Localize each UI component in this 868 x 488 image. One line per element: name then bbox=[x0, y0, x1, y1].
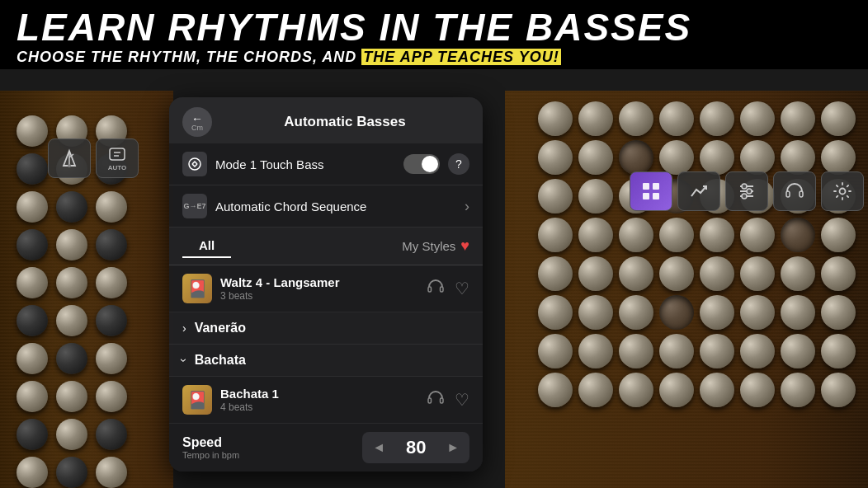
button-circle bbox=[659, 256, 694, 291]
waltz-heart-icon[interactable]: ♡ bbox=[455, 279, 469, 298]
button-circle bbox=[17, 343, 48, 374]
button-circle bbox=[56, 229, 87, 260]
button-circle bbox=[619, 256, 653, 291]
button-circle bbox=[659, 334, 694, 368]
button-circle bbox=[740, 334, 775, 368]
button-circle-wood bbox=[781, 218, 815, 252]
svg-rect-17 bbox=[786, 191, 790, 197]
button-circle bbox=[659, 140, 694, 175]
svg-rect-9 bbox=[643, 193, 649, 199]
category-bachata[interactable]: › Bachata bbox=[169, 345, 483, 377]
panel-header: ← Cm Automatic Basses bbox=[169, 97, 483, 143]
svg-rect-23 bbox=[428, 398, 432, 403]
button-circle bbox=[700, 101, 734, 136]
bachata1-subtitle: 4 beats bbox=[220, 401, 427, 413]
mode-toggle[interactable] bbox=[403, 154, 440, 174]
svg-rect-7 bbox=[643, 183, 649, 190]
help-button[interactable]: ? bbox=[448, 153, 469, 175]
button-circle bbox=[17, 267, 48, 298]
bachata-label: Bachata bbox=[195, 353, 246, 368]
button-circle bbox=[578, 101, 613, 136]
grid-toolbar-button[interactable] bbox=[630, 171, 672, 211]
touch-bass-icon bbox=[182, 152, 207, 176]
svg-point-19 bbox=[840, 189, 846, 195]
banner-title: LEARN RHYTHMS IN THE BASSES bbox=[17, 7, 851, 49]
svg-rect-4 bbox=[110, 148, 125, 160]
button-circle bbox=[56, 305, 87, 336]
button-circle bbox=[538, 140, 573, 175]
mode-row: Mode 1 Touch Bass ? bbox=[169, 143, 483, 185]
favorites-heart-icon[interactable]: ♥ bbox=[460, 237, 469, 255]
banner-subtitle: CHOOSE THE RHYTHM, THE CHORDS, AND THE A… bbox=[17, 49, 851, 66]
button-circle-dark bbox=[17, 153, 48, 185]
chord-sequence-row[interactable]: G→E7 Automatic Chord Sequence › bbox=[169, 185, 483, 228]
list-item-waltz[interactable]: 🎴 Waltz 4 - Langsamer 3 beats ♡ bbox=[169, 265, 483, 312]
tab-my-styles[interactable]: My Styles bbox=[231, 239, 455, 253]
button-circle bbox=[659, 101, 694, 136]
sliders-toolbar-button[interactable] bbox=[725, 171, 768, 211]
top-banner: LEARN RHYTHMS IN THE BASSES CHOOSE THE R… bbox=[0, 0, 868, 69]
waltz-title: Waltz 4 - Langsamer bbox=[220, 275, 427, 289]
button-circle bbox=[781, 295, 815, 330]
button-circle-dark bbox=[96, 419, 127, 450]
button-circle bbox=[619, 295, 653, 330]
bpm-decrease-button[interactable]: ◄ bbox=[362, 434, 395, 462]
button-circle bbox=[619, 373, 653, 407]
gear-toolbar-button[interactable] bbox=[821, 171, 864, 211]
svg-point-20 bbox=[189, 158, 200, 170]
auto-icon[interactable]: AUTO bbox=[96, 138, 139, 178]
back-button[interactable]: ← Cm bbox=[182, 107, 212, 137]
speed-title: Speed bbox=[182, 435, 362, 450]
button-circle bbox=[740, 256, 775, 291]
bachata1-heart-icon[interactable]: ♡ bbox=[455, 390, 469, 410]
button-circle bbox=[56, 419, 87, 450]
button-circle bbox=[17, 457, 48, 488]
button-circle bbox=[740, 373, 775, 407]
toolbar-right bbox=[630, 171, 864, 211]
button-circle bbox=[578, 295, 613, 330]
button-circle bbox=[578, 179, 613, 214]
button-circle bbox=[619, 218, 653, 252]
button-circle bbox=[781, 101, 815, 136]
bachata1-headphones-icon[interactable] bbox=[427, 389, 445, 411]
button-circle bbox=[538, 179, 573, 214]
button-circle bbox=[781, 334, 815, 368]
button-circle bbox=[96, 191, 127, 223]
svg-point-16 bbox=[742, 194, 747, 199]
button-circle-dark bbox=[17, 229, 48, 260]
cm-label: Cm bbox=[191, 124, 203, 132]
button-circle bbox=[700, 218, 734, 252]
svg-rect-10 bbox=[653, 193, 659, 199]
tab-all[interactable]: All bbox=[182, 234, 231, 258]
svg-point-15 bbox=[747, 189, 752, 194]
button-circle bbox=[96, 343, 127, 374]
button-circle bbox=[538, 256, 573, 291]
button-circle bbox=[538, 295, 573, 330]
trend-toolbar-button[interactable] bbox=[677, 171, 720, 211]
button-circle bbox=[740, 295, 775, 330]
toggle-knob bbox=[422, 156, 438, 172]
waltz-subtitle: 3 beats bbox=[220, 290, 427, 302]
button-circle bbox=[56, 381, 87, 412]
button-circle bbox=[821, 101, 856, 136]
back-arrow-icon: ← bbox=[191, 113, 203, 124]
button-circle bbox=[821, 373, 856, 407]
button-circle bbox=[781, 373, 815, 407]
bpm-increase-button[interactable]: ► bbox=[436, 434, 469, 462]
category-vanerao[interactable]: › Vanerão bbox=[169, 312, 483, 345]
button-circle-dark bbox=[56, 343, 87, 374]
button-circle bbox=[821, 295, 856, 330]
button-circle bbox=[740, 140, 775, 175]
svg-rect-24 bbox=[441, 398, 444, 403]
waltz-headphones-icon[interactable] bbox=[427, 278, 445, 300]
headphones-toolbar-button[interactable] bbox=[773, 171, 816, 211]
button-circle bbox=[578, 218, 613, 252]
waltz-style-icon: 🎴 bbox=[182, 274, 212, 303]
metronome-icon[interactable] bbox=[48, 138, 91, 178]
list-item-bachata1[interactable]: 🎴 Bachata 1 4 beats ♡ bbox=[169, 377, 483, 424]
button-circle bbox=[821, 334, 856, 368]
bachata-cards-icon: 🎴 bbox=[187, 390, 208, 410]
button-circle bbox=[781, 256, 815, 291]
button-circle bbox=[821, 140, 856, 175]
button-circle bbox=[619, 334, 653, 368]
